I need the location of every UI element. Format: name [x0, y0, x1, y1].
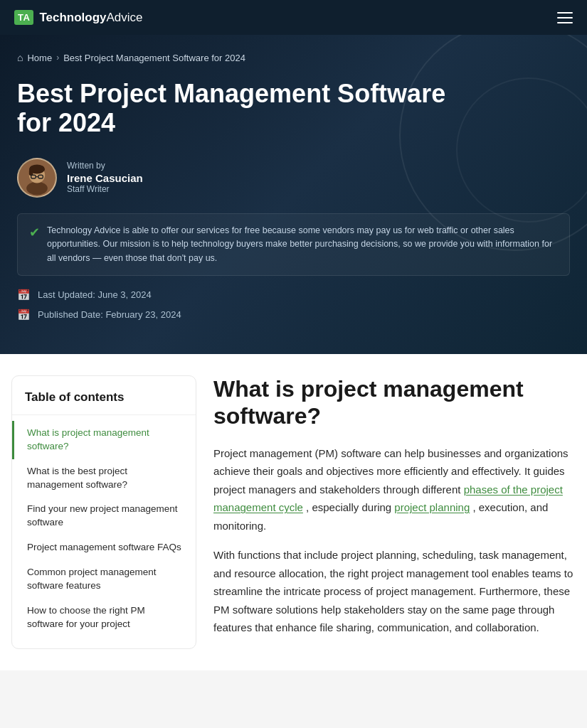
- article-heading: What is project management software?: [213, 375, 576, 430]
- logo[interactable]: TA TechnologyAdvice: [14, 10, 143, 25]
- last-updated-text: Last Updated: June 3, 2024: [38, 289, 152, 300]
- main-content: Table of contents What is project manage…: [0, 354, 587, 670]
- toc-title: Table of contents: [12, 390, 196, 415]
- author-avatar: [17, 158, 57, 198]
- author-role: Staff Writer: [67, 184, 143, 194]
- calendar-icon-2: 📅: [17, 309, 31, 321]
- calendar-icon: 📅: [17, 289, 31, 301]
- logo-ta-badge: TA: [14, 10, 33, 25]
- breadcrumb: ⌂ Home › Best Project Management Softwar…: [17, 52, 570, 63]
- toc-item-0[interactable]: What is project management software?: [12, 421, 196, 459]
- site-header: TA TechnologyAdvice: [0, 0, 587, 35]
- page-title: Best Project Management Software for 202…: [17, 79, 472, 138]
- toc-item-5[interactable]: How to choose the right PM software for …: [12, 599, 196, 637]
- breadcrumb-current: Best Project Management Software for 202…: [63, 53, 245, 63]
- disclaimer-box: ✔ Technology Advice is able to offer our…: [17, 213, 570, 276]
- disclaimer-text: Technology Advice is able to offer our s…: [47, 224, 558, 265]
- last-updated-row: 📅 Last Updated: June 3, 2024: [17, 289, 570, 301]
- author-info: Written by Irene Casucian Staff Writer: [67, 161, 143, 194]
- published-row: 📅 Published Date: February 23, 2024: [17, 309, 570, 321]
- author-written-by: Written by: [67, 161, 143, 171]
- svg-point-1: [26, 181, 48, 195]
- toc-item-2[interactable]: Find your new project management softwar…: [12, 497, 196, 535]
- hamburger-menu[interactable]: [557, 12, 573, 23]
- project-planning-link[interactable]: project planning: [394, 501, 470, 513]
- author-row: Written by Irene Casucian Staff Writer: [17, 158, 570, 198]
- article-paragraph-1: Project management (PM) software can hel…: [213, 444, 576, 535]
- breadcrumb-separator: ›: [56, 53, 59, 63]
- toc-item-1[interactable]: What is the best project management soft…: [12, 459, 196, 498]
- toc-item-4[interactable]: Common project management software featu…: [12, 560, 196, 599]
- hero-section: ⌂ Home › Best Project Management Softwar…: [0, 35, 587, 354]
- table-of-contents: Table of contents What is project manage…: [11, 375, 196, 649]
- home-icon: ⌂: [17, 52, 23, 63]
- logo-text: TechnologyAdvice: [39, 11, 142, 25]
- toc-item-3[interactable]: Project management software FAQs: [12, 535, 196, 560]
- author-name: Irene Casucian: [67, 172, 143, 184]
- article-body: What is project management software? Pro…: [213, 375, 576, 648]
- published-text: Published Date: February 23, 2024: [38, 309, 181, 320]
- article-paragraph-2: With functions that include project plan…: [213, 546, 576, 637]
- breadcrumb-home-link[interactable]: Home: [27, 53, 52, 63]
- checkmark-icon: ✔: [29, 225, 40, 240]
